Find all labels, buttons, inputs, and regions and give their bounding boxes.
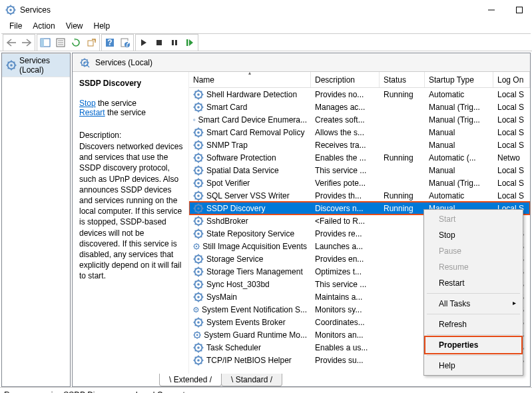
context-menu-item[interactable]: Help: [425, 358, 521, 374]
menu-file[interactable]: File: [4, 20, 27, 33]
title-bar: Services: [0, 0, 532, 20]
tree-services-local[interactable]: Services (Local): [2, 53, 70, 77]
service-startup: Manual: [425, 141, 493, 150]
gear-icon: [193, 241, 200, 252]
service-status: Running: [380, 153, 425, 163]
svg-rect-17: [41, 39, 44, 47]
context-menu-item[interactable]: Refresh: [425, 316, 521, 332]
service-name: Sync Host_303bd: [206, 280, 270, 289]
context-menu: StartStopPauseResumeRestartAll TasksRefr…: [423, 209, 523, 376]
service-row[interactable]: Shell Hardware DetectionProvides no...Ru…: [189, 88, 530, 101]
service-startup: Manual (Trig...: [425, 179, 493, 188]
service-row[interactable]: Software ProtectionEnables the ...Runnin…: [189, 151, 530, 164]
service-name: Smart Card Removal Policy: [206, 128, 304, 137]
window-title: Services: [20, 5, 487, 15]
service-logon: Netwo: [493, 153, 530, 163]
restart-service-link[interactable]: Restart: [79, 108, 105, 117]
context-menu-item[interactable]: Properties: [425, 337, 521, 353]
context-menu-item[interactable]: All Tasks: [425, 296, 521, 312]
service-row[interactable]: Smart CardManages ac...Manual (Trig...Lo…: [189, 101, 530, 113]
context-menu-item[interactable]: Stop: [425, 227, 521, 243]
service-start-button[interactable]: [136, 35, 151, 50]
service-desc: Allows the s...: [311, 128, 380, 137]
service-name: System Guard Runtime Mo...: [204, 330, 307, 340]
svg-rect-29: [172, 40, 174, 45]
menu-help[interactable]: Help: [89, 20, 116, 33]
col-name[interactable]: Name: [189, 72, 311, 87]
help-page-button[interactable]: ?: [118, 35, 133, 50]
gear-icon: [193, 292, 204, 302]
service-row[interactable]: SQL Server VSS WriterProvides th...Runni…: [189, 189, 530, 202]
stop-service-link[interactable]: Stop: [79, 99, 96, 108]
service-pause-button[interactable]: [167, 35, 182, 50]
service-row[interactable]: SNMP TrapReceives tra...ManualLocal S: [189, 139, 530, 151]
refresh-button[interactable]: [69, 35, 83, 50]
service-logon: Local S: [493, 179, 530, 188]
col-startup-type[interactable]: Startup Type: [425, 72, 493, 87]
context-menu-item[interactable]: Restart: [425, 275, 521, 291]
service-status: Running: [380, 90, 425, 99]
service-restart-button[interactable]: [182, 35, 197, 50]
show-hide-tree-button[interactable]: [38, 35, 53, 50]
service-logon: Local S: [493, 115, 530, 125]
svg-rect-28: [156, 40, 162, 45]
help-button[interactable]: ?: [103, 35, 117, 50]
service-row[interactable]: Smart Card Device Enumera...Creates soft…: [189, 113, 530, 126]
service-desc: Receives tra...: [311, 141, 380, 150]
service-startup: Manual (Trig...: [425, 103, 493, 112]
description-text: Discovers networked devices and services…: [79, 141, 186, 281]
back-button[interactable]: [4, 35, 19, 50]
service-logon: Local S: [493, 103, 530, 112]
service-name: SSDP Discovery: [206, 204, 265, 213]
gear-icon: [193, 153, 204, 163]
service-name: Storage Service: [206, 254, 263, 264]
service-row[interactable]: Spot VerifierVerifies pote...Manual (Tri…: [189, 177, 530, 189]
tab-standard[interactable]: \ Standard /: [221, 374, 282, 386]
service-name: State Repository Service: [206, 229, 294, 238]
gear-icon: [193, 228, 204, 239]
service-desc: Launches a...: [311, 242, 380, 251]
service-stop-button[interactable]: [152, 35, 166, 50]
service-name: Spatial Data Service: [206, 166, 279, 175]
export-button[interactable]: [84, 35, 99, 50]
minimize-button[interactable]: [487, 5, 496, 15]
service-desc: <Failed to R...: [311, 216, 380, 226]
col-status[interactable]: Status: [380, 72, 425, 87]
service-desc: Creates soft...: [311, 115, 380, 125]
col-log-on-as[interactable]: Log On: [493, 72, 530, 87]
service-desc: Provides re...: [311, 229, 380, 238]
right-pane-title: Services (Local): [95, 58, 152, 67]
service-row[interactable]: Spatial Data ServiceThis service ...Manu…: [189, 164, 530, 177]
service-name: SysMain: [206, 292, 237, 302]
col-description[interactable]: Description: [311, 72, 380, 87]
right-pane-header: Services (Local): [73, 53, 530, 72]
service-row[interactable]: Smart Card Removal PolicyAllows the s...…: [189, 126, 530, 139]
svg-rect-31: [186, 39, 188, 46]
properties-button[interactable]: [53, 35, 68, 50]
gear-icon: [193, 127, 204, 138]
service-startup: Automatic (...: [425, 153, 493, 163]
service-logon: Local S: [493, 128, 530, 137]
gear-icon: [193, 140, 204, 151]
status-text: Resume service SSDP Discovery on Local C…: [4, 390, 192, 394]
service-desc: This service ...: [311, 280, 380, 289]
menu-view[interactable]: View: [61, 20, 89, 33]
service-desc: Verifies pote...: [311, 179, 380, 188]
gear-icon: [193, 330, 201, 340]
service-logon: Local S: [493, 191, 530, 200]
list-header: Name Description Status Startup Type Log…: [189, 72, 530, 88]
tab-extended[interactable]: \ Extended /: [159, 374, 222, 386]
gear-icon: [193, 317, 204, 328]
forward-button[interactable]: [19, 35, 34, 50]
service-logon: Local S: [493, 90, 530, 99]
menu-action[interactable]: Action: [27, 20, 60, 33]
gear-icon: [193, 89, 204, 100]
service-desc: Discovers n...: [311, 204, 380, 213]
maximize-button[interactable]: [515, 5, 524, 15]
service-desc: Provides no...: [311, 90, 380, 99]
console-tree[interactable]: Services (Local): [1, 53, 71, 387]
service-desc: Provides th...: [311, 191, 380, 200]
toolbar: ? ?: [0, 34, 532, 51]
service-startup: Automatic: [425, 191, 493, 200]
context-menu-item: Pause: [425, 243, 521, 259]
